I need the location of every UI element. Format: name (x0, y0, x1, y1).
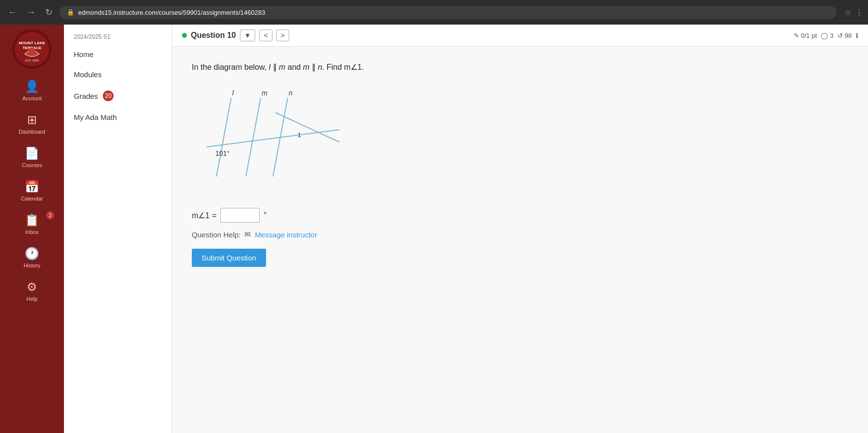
help-label: Question Help: (192, 231, 240, 239)
sidebar: MOUNT LAKE TERRACE EST. 1960 👤 Account ⊞… (0, 25, 64, 433)
dropdown-arrow[interactable]: ▼ (240, 29, 256, 41)
score-label: ✎ 0/1 pt (794, 32, 817, 39)
degree-symbol: ° (264, 211, 267, 220)
line-m2-label: m (303, 63, 309, 71)
svg-line-9 (275, 113, 339, 142)
calendar-label: Calendar (21, 196, 43, 202)
school-logo: MOUNT LAKE TERRACE EST. 1960 (12, 29, 52, 69)
browser-bar: ← → ↻ 🔒 edmonds15.instructure.com/course… (0, 0, 868, 25)
sidebar-item-history[interactable]: 🕐 History (0, 241, 64, 274)
secondary-nav: 2024/2025 S1 Home Modules Grades 20 My A… (64, 25, 172, 433)
grades-badge: 20 (103, 90, 114, 101)
angle-1-label: 1 (298, 131, 301, 139)
n-label: n (289, 89, 293, 97)
account-icon: 👤 (25, 80, 39, 93)
submit-question-button[interactable]: Submit Question (192, 249, 266, 267)
svg-text:MOUNT LAKE: MOUNT LAKE (19, 41, 45, 45)
svg-line-6 (246, 98, 261, 176)
line-m-label: m (279, 63, 285, 71)
angle-101-label: 101° (215, 149, 230, 157)
inbox-label: Inbox (26, 229, 39, 235)
lock-icon: 🔒 (67, 9, 74, 16)
refresh-button[interactable]: ↻ (42, 5, 56, 20)
menu-icon[interactable]: ⋮ (855, 8, 863, 17)
diagram-svg: l m n 101° 1 (202, 83, 359, 191)
secondary-nav-ada-math[interactable]: My Ada Math (64, 107, 172, 127)
back-button[interactable]: ← (5, 5, 20, 20)
history-icon: 🕐 (25, 247, 39, 260)
status-dot (182, 33, 187, 38)
score-info: ✎ 0/1 pt ◯ 3 ↺ 98 ℹ (794, 32, 858, 39)
prev-question-button[interactable]: < (259, 29, 272, 41)
top-bar: Question 10 ▼ < > ✎ 0/1 pt ◯ 3 ↺ 98 ℹ (172, 25, 868, 47)
secondary-nav-modules[interactable]: Modules (64, 64, 172, 85)
l-label: l (232, 89, 234, 97)
inbox-icon: 📋 (25, 213, 39, 227)
content-area: 2024/2025 S1 Home Modules Grades 20 My A… (64, 25, 868, 433)
svg-point-3 (29, 48, 35, 54)
answer-prefix: m∠1 = (192, 211, 216, 220)
inbox-badge: 2 (46, 211, 54, 219)
history-label: History (24, 262, 40, 268)
timer-label: ↺ 98 (838, 32, 852, 39)
star-icon[interactable]: ☆ (844, 8, 851, 17)
diagram-container: l m n 101° 1 (202, 83, 848, 193)
svg-text:EST. 1960: EST. 1960 (25, 59, 39, 62)
browser-actions: ☆ ⋮ (844, 8, 863, 17)
question-text: In the diagram below, l ∥ m and m ∥ n. F… (192, 61, 848, 73)
svg-line-5 (216, 98, 231, 176)
question-label: Question 10 (191, 31, 236, 40)
url-text: edmonds15.instructure.com/courses/59901/… (78, 9, 265, 16)
forward-button[interactable]: → (24, 5, 38, 20)
help-icon: ⚙ (27, 280, 37, 294)
main-content: Question 10 ▼ < > ✎ 0/1 pt ◯ 3 ↺ 98 ℹ In… (172, 25, 868, 433)
courses-icon: 📄 (25, 146, 39, 160)
url-bar[interactable]: 🔒 edmonds15.instructure.com/courses/5990… (60, 6, 837, 19)
calendar-icon: 📅 (25, 180, 39, 194)
sidebar-item-calendar[interactable]: 📅 Calendar (0, 174, 64, 207)
line-l-label: l (269, 63, 271, 71)
account-label: Account (22, 95, 42, 101)
next-question-button[interactable]: > (276, 29, 289, 41)
answer-input[interactable] (220, 208, 260, 223)
sidebar-item-account[interactable]: 👤 Account (0, 74, 64, 107)
sidebar-item-courses[interactable]: 📄 Courses (0, 141, 64, 174)
dashboard-icon: ⊞ (27, 113, 37, 127)
question-help: Question Help: ✉ Message instructor (192, 230, 848, 239)
year-label: 2024/2025 S1 (64, 29, 172, 44)
sidebar-item-dashboard[interactable]: ⊞ Dashboard (0, 107, 64, 141)
attempts-label: ◯ 3 (821, 32, 834, 39)
help-label: Help (27, 296, 38, 302)
question-area: In the diagram below, l ∥ m and m ∥ n. F… (172, 47, 868, 282)
answer-row: m∠1 = ° (192, 208, 848, 223)
sidebar-item-inbox[interactable]: 📋 Inbox 2 (0, 207, 64, 241)
message-instructor-link[interactable]: Message instructor (255, 231, 317, 239)
m-label: m (262, 89, 268, 97)
secondary-nav-grades[interactable]: Grades 20 (64, 85, 172, 107)
courses-label: Courses (22, 162, 42, 168)
mail-icon: ✉ (244, 230, 251, 239)
question-selector: Question 10 ▼ < > (182, 29, 289, 41)
sidebar-item-help[interactable]: ⚙ Help (0, 274, 64, 308)
line-n-label: n (318, 63, 322, 71)
info-icon: ℹ (856, 32, 858, 39)
app-container: MOUNT LAKE TERRACE EST. 1960 👤 Account ⊞… (0, 25, 868, 433)
dashboard-label: Dashboard (19, 129, 45, 135)
secondary-nav-home[interactable]: Home (64, 44, 172, 64)
